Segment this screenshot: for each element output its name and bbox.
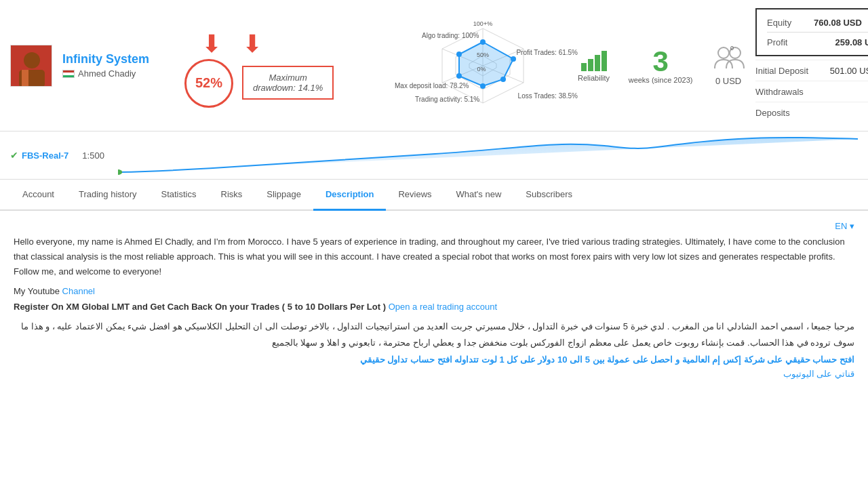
profit-value: 259.08 USD xyxy=(835,37,868,47)
header: Infinity System Ahmed Chadiy ⬇ ⬇ 52% Max… xyxy=(0,0,868,131)
leverage: 1:500 xyxy=(82,150,104,161)
deposits-label: Deposits xyxy=(755,108,837,118)
stats-section: Equity 760.08 USD Profit 259.08 USD Init… xyxy=(755,8,868,123)
svg-point-12 xyxy=(511,56,516,62)
checkmark-icon: ✔ xyxy=(10,150,18,161)
radar-label-deposit: Max deposit load: 78.2% xyxy=(395,82,469,89)
tab-statistics[interactable]: Statistics xyxy=(149,180,208,211)
svg-text:50%: 50% xyxy=(477,52,489,58)
tab-description[interactable]: Description xyxy=(313,180,387,211)
svg-text:0: 0 xyxy=(730,45,734,52)
tab-trading-history[interactable]: Trading history xyxy=(66,180,149,211)
tab-subscribers[interactable]: Subscribers xyxy=(513,180,585,211)
followers-usd: 0 USD xyxy=(715,76,741,86)
reliability-label: Reliability xyxy=(578,74,610,82)
equity-value: 760.08 USD xyxy=(814,18,868,28)
server-name-badge: ✔ FBS-Real-7 xyxy=(10,150,68,161)
author-name: Ahmed Chadiy xyxy=(78,68,136,79)
register-bold: Register On XM Global LMT and Get Cach B… xyxy=(14,302,386,312)
radar-label-activity: Trading activity: 5.1% xyxy=(415,96,479,103)
equity-label: Equity xyxy=(767,18,814,28)
svg-text:100+%: 100+% xyxy=(473,22,492,27)
svg-point-20 xyxy=(718,47,729,58)
svg-point-16 xyxy=(456,52,462,57)
radar-area: 100+% 50% 0% Algo trading: 100% Profit T… xyxy=(408,32,557,100)
followers-section: 0 0 USD xyxy=(711,45,745,86)
arrows-section: ⬇ ⬇ 52% Maximum drawdown: 14.1% xyxy=(181,32,398,100)
youtube-prefix: My Youtube xyxy=(14,286,62,296)
register-link[interactable]: Open a real trading account xyxy=(386,302,497,312)
arabic-youtube: قناتي على اليوتيوب xyxy=(14,369,854,379)
weeks-label: weeks (since 2023) xyxy=(620,76,701,84)
description-area: EN ▾ Hello everyone, my name is Ahmed El… xyxy=(0,211,868,393)
system-info: Infinity System Ahmed Chadiy xyxy=(62,52,171,79)
tab-account[interactable]: Account xyxy=(10,180,66,211)
profit-label: Profit xyxy=(767,37,814,47)
radar-label-profit: Profit Trades: 61.5% xyxy=(516,49,578,56)
avatar xyxy=(10,45,52,87)
radar-label-loss: Loss Trades: 38.5% xyxy=(518,92,578,100)
arabic-link-line: افتح حساب حقيقي على شركة إكس إم العالمية… xyxy=(14,354,854,365)
percent-badge: 52% xyxy=(184,59,233,108)
svg-rect-3 xyxy=(22,70,28,87)
followers-icon: 0 xyxy=(711,45,745,74)
arabic-link-1[interactable]: افتح حساب حقيقي على شركة إكس إم العالمية… xyxy=(454,354,854,365)
line-chart xyxy=(118,135,858,176)
svg-point-13 xyxy=(500,77,506,82)
withdrawals-label: Withdrawals xyxy=(755,87,837,97)
equity-profit-box: Equity 760.08 USD Profit 259.08 USD xyxy=(755,8,868,56)
description-main-text: Hello everyone, my name is Ahmed El Chad… xyxy=(14,235,854,279)
tab-whats-new[interactable]: What's new xyxy=(444,180,514,211)
initial-deposit-value: 501.00 USD xyxy=(830,66,868,76)
drawdown-label: Maximum xyxy=(253,73,323,83)
arabic-text-1: مرحبا جميعا ، اسمي احمد الشادلي انا من ا… xyxy=(14,319,854,350)
arrow-down-2: ⬇ xyxy=(242,32,262,56)
arabic-link-2[interactable]: افتح حساب تداول حقيقي xyxy=(360,354,452,365)
svg-point-14 xyxy=(480,83,486,89)
tab-reviews[interactable]: Reviews xyxy=(386,180,443,211)
reliability-bars xyxy=(581,49,607,71)
reliability-section: Reliability xyxy=(578,49,610,82)
svg-point-23 xyxy=(118,169,122,175)
svg-point-15 xyxy=(456,73,462,79)
arabic-youtube-link[interactable]: قناتي على اليوتيوب xyxy=(783,369,854,379)
tabs-bar: Account Trading history Statistics Risks… xyxy=(0,180,868,211)
arrow-down-1: ⬇ xyxy=(201,32,222,56)
radar-label-algo: Algo trading: 100% xyxy=(422,32,479,39)
flag-icon xyxy=(62,70,75,78)
svg-text:0%: 0% xyxy=(477,66,486,73)
weeks-section: 3 weeks (since 2023) xyxy=(620,47,701,84)
initial-deposit-label: Initial Deposit xyxy=(755,66,830,76)
weeks-number: 3 xyxy=(620,47,701,76)
chart-line-area: ✔ FBS-Real-7 1:500 xyxy=(0,131,868,180)
drawdown-box: Maximum drawdown: 14.1% xyxy=(242,66,334,100)
tab-risks[interactable]: Risks xyxy=(209,180,255,211)
youtube-line: My Youtube Channel xyxy=(14,286,854,296)
server-name: FBS-Real-7 xyxy=(22,150,68,161)
tab-slippage[interactable]: Slippage xyxy=(254,180,313,211)
svg-point-11 xyxy=(480,39,486,45)
youtube-link[interactable]: Channel xyxy=(62,286,95,296)
lang-selector[interactable]: EN ▾ xyxy=(835,221,854,231)
system-name: Infinity System xyxy=(62,52,171,66)
drawdown-value: drawdown: 14.1% xyxy=(253,83,323,93)
register-line: Register On XM Global LMT and Get Cach B… xyxy=(14,302,854,312)
svg-point-1 xyxy=(24,52,40,68)
